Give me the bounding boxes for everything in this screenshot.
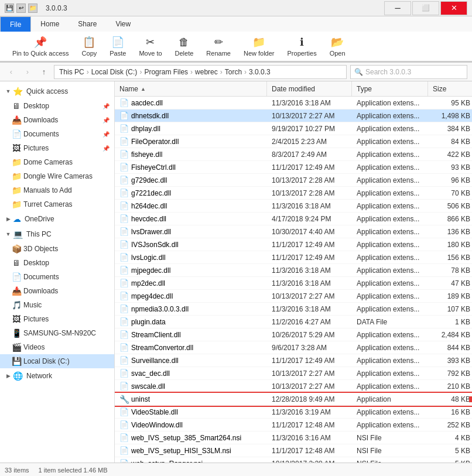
table-row[interactable]: 📄 aacdec.dll 11/3/2016 3:18 AM Applicati… bbox=[115, 97, 472, 109]
sidebar-item-downloads[interactable]: 📥 Downloads 📌 bbox=[0, 113, 114, 127]
file-icon-5: 📄 bbox=[119, 163, 129, 172]
path-webrec[interactable]: webrec bbox=[195, 68, 218, 76]
minimize-btn[interactable]: ─ bbox=[384, 1, 411, 15]
table-row[interactable]: 📄 VideoWindow.dll 11/1/2017 12:48 AM App… bbox=[115, 419, 472, 432]
table-row[interactable]: 📄 mp2dec.dll 11/3/2016 3:18 AM Applicati… bbox=[115, 277, 472, 290]
open-label: Open bbox=[330, 50, 346, 57]
table-row[interactable]: 📄 Surveillance.dll 11/1/2017 12:49 AM Ap… bbox=[115, 354, 472, 367]
path-version[interactable]: 3.0.0.3 bbox=[249, 68, 271, 76]
table-row[interactable]: 📄 hevcdec.dll 4/17/2018 9:24 PM Applicat… bbox=[115, 213, 472, 225]
tab-share[interactable]: Share bbox=[69, 16, 106, 32]
quick-access-header[interactable]: ▼ ⭐ Quick access bbox=[0, 84, 114, 99]
search-box[interactable]: 🔍 Search 3.0.0.3 bbox=[350, 65, 467, 79]
onedrive-header[interactable]: ▶ ☁ OneDrive bbox=[0, 211, 114, 227]
undo-icon[interactable]: ↩ bbox=[16, 4, 26, 13]
table-row[interactable]: 📄 dhnetsdk.dll 10/13/2017 2:27 AM Applic… bbox=[115, 109, 472, 122]
table-row[interactable]: 📄 mjpegdec.dll 11/3/2016 3:18 AM Applica… bbox=[115, 264, 472, 277]
file-icon-19: 📄 bbox=[119, 343, 129, 352]
sidebar-item-dome-cameras[interactable]: 📁 Dome Cameras bbox=[0, 155, 114, 169]
file-list-container[interactable]: Name ▲ Date modified Type Size 📄 aacdec.… bbox=[115, 81, 472, 463]
col-type-label: Type bbox=[357, 85, 372, 93]
close-btn[interactable]: ✕ bbox=[440, 1, 467, 15]
paste-btn[interactable]: 📄 Paste bbox=[104, 33, 131, 60]
table-row[interactable]: 📄 npmedia3.0.0.3.dll 11/3/2016 3:18 AM A… bbox=[115, 303, 472, 316]
table-row[interactable]: 📄 web_IVS_setup_385_Smart264.nsi 11/3/20… bbox=[115, 432, 472, 444]
table-row[interactable]: 📄 StreamConvertor.dll 9/6/2017 3:28 AM A… bbox=[115, 341, 472, 354]
path-torch[interactable]: Torch bbox=[225, 68, 242, 76]
sidebar-item-manuals[interactable]: 📁 Manuals to Add bbox=[0, 183, 114, 197]
sidebar-item-pictures[interactable]: 🖼 Pictures 📌 bbox=[0, 141, 114, 155]
back-btn[interactable]: ‹ bbox=[5, 66, 18, 78]
file-icon-25: 📄 bbox=[119, 420, 129, 430]
file-date-17: 11/2/2016 4:27 AM bbox=[267, 318, 352, 326]
tab-file[interactable]: File bbox=[0, 16, 31, 32]
col-header-name[interactable]: Name ▲ bbox=[115, 81, 267, 96]
sidebar: ▼ ⭐ Quick access 🖥 Desktop 📌 📥 Downloads… bbox=[0, 81, 115, 463]
up-btn[interactable]: ↑ bbox=[37, 66, 50, 78]
table-row[interactable]: 📄 h264dec.dll 11/3/2016 3:18 AM Applicat… bbox=[115, 200, 472, 213]
file-date-11: 11/1/2017 12:49 AM bbox=[267, 241, 352, 249]
col-header-type[interactable]: Type bbox=[352, 81, 428, 96]
rename-btn[interactable]: ✏ Rename bbox=[201, 33, 236, 60]
table-row[interactable]: 📄 IVSJsonSdk.dll 11/1/2017 12:49 AM Appl… bbox=[115, 238, 472, 251]
properties-icon: ℹ bbox=[300, 36, 304, 49]
table-row[interactable]: 📄 lvsDrawer.dll 10/30/2017 4:40 AM Appli… bbox=[115, 225, 472, 238]
network-icon: 🌐 bbox=[13, 371, 23, 381]
path-this-pc[interactable]: This PC bbox=[59, 68, 84, 76]
this-pc-header[interactable]: ▼ 💻 This PC bbox=[0, 227, 114, 242]
forward-btn[interactable]: › bbox=[21, 66, 34, 78]
file-size-22: 210 KB bbox=[428, 382, 472, 391]
sidebar-pc-downloads-label: Downloads bbox=[23, 287, 110, 295]
tab-home[interactable]: Home bbox=[31, 16, 69, 32]
sidebar-item-videos[interactable]: 🎬 Videos bbox=[0, 340, 114, 354]
table-row[interactable]: 📄 StreamClient.dll 10/26/2017 5:29 AM Ap… bbox=[115, 328, 472, 341]
sidebar-item-pc-desktop[interactable]: 🖥 Desktop bbox=[0, 256, 114, 270]
table-row[interactable]: 📄 g7221dec.dll 10/13/2017 2:28 AM Applic… bbox=[115, 187, 472, 200]
col-header-date[interactable]: Date modified bbox=[267, 81, 352, 96]
sidebar-item-pc-pictures[interactable]: 🖼 Pictures bbox=[0, 312, 114, 326]
table-row[interactable]: 📄 FileOperator.dll 2/4/2015 2:23 AM Appl… bbox=[115, 135, 472, 148]
table-row[interactable]: 📄 VideoStable.dll 11/3/2016 3:19 AM Appl… bbox=[115, 406, 472, 419]
col-header-size[interactable]: Size bbox=[428, 81, 472, 96]
path-program-files[interactable]: Program Files bbox=[144, 68, 188, 76]
open-btn[interactable]: 📂 Open bbox=[324, 33, 351, 60]
table-row[interactable]: 🔧 uninst 12/28/2018 9:49 AM Application … bbox=[115, 393, 472, 406]
maximize-btn[interactable]: ⬜ bbox=[412, 1, 439, 15]
sidebar-item-local-disk[interactable]: 💾 Local Disk (C:) bbox=[0, 354, 114, 368]
sidebar-item-samsung[interactable]: 📱 SAMSUNG-SM-N920C bbox=[0, 326, 114, 340]
properties-btn[interactable]: ℹ Properties bbox=[282, 33, 322, 60]
table-row[interactable]: 📄 dhplay.dll 9/19/2017 10:27 PM Applicat… bbox=[115, 122, 472, 135]
address-path[interactable]: This PC › Local Disk (C:) › Program File… bbox=[54, 65, 347, 79]
table-row[interactable]: 📄 FisheyeCtrl.dll 11/1/2017 12:49 AM App… bbox=[115, 161, 472, 174]
copy-btn[interactable]: 📋 Copy bbox=[77, 33, 102, 60]
table-row[interactable]: 📄 plugin.data 11/2/2016 4:27 AM DATA Fil… bbox=[115, 316, 472, 328]
table-row[interactable]: 📄 web_IVS_setup_HISI_S3LM.nsi 11/1/2017 … bbox=[115, 444, 472, 457]
network-header[interactable]: ▶ 🌐 Network bbox=[0, 368, 114, 383]
folder-icon[interactable]: 📁 bbox=[28, 4, 37, 13]
new-folder-btn[interactable]: 📁 New folder bbox=[238, 33, 280, 60]
sidebar-item-documents[interactable]: 📄 Documents 📌 bbox=[0, 127, 114, 141]
sidebar-item-pc-downloads[interactable]: 📥 Downloads bbox=[0, 284, 114, 298]
sidebar-item-pc-documents[interactable]: 📄 Documents bbox=[0, 270, 114, 284]
table-row[interactable]: 📄 fisheye.dll 8/3/2017 2:49 AM Applicati… bbox=[115, 148, 472, 161]
sidebar-item-desktop[interactable]: 🖥 Desktop 📌 bbox=[0, 99, 114, 113]
table-row[interactable]: 📄 g729dec.dll 10/13/2017 2:28 AM Applica… bbox=[115, 174, 472, 187]
delete-btn[interactable]: 🗑 Delete bbox=[170, 33, 199, 60]
pin-to-quick-access-btn[interactable]: 📌 Pin to Quick access bbox=[7, 33, 74, 60]
table-row[interactable]: 📄 mpeg4dec.dll 10/13/2017 2:27 AM Applic… bbox=[115, 290, 472, 303]
table-row[interactable]: 📄 web_setup_Ranger.nsi 10/13/2017 2:28 A… bbox=[115, 457, 472, 463]
tab-view[interactable]: View bbox=[106, 16, 140, 32]
table-row[interactable]: 📄 svac_dec.dll 10/13/2017 2:27 AM Applic… bbox=[115, 367, 472, 380]
sidebar-item-turret[interactable]: 📁 Turret Cameras bbox=[0, 197, 114, 211]
sidebar-music-label: Music bbox=[23, 301, 110, 309]
move-to-btn[interactable]: ✂ Move to bbox=[134, 33, 167, 60]
path-local-disk[interactable]: Local Disk (C:) bbox=[91, 68, 138, 76]
save-icon[interactable]: 💾 bbox=[5, 4, 14, 13]
sidebar-item-music[interactable]: 🎵 Music bbox=[0, 298, 114, 312]
table-row[interactable]: 📄 lvsLogic.dll 11/1/2017 12:49 AM Applic… bbox=[115, 251, 472, 264]
pictures-pin-icon: 📌 bbox=[102, 145, 110, 152]
manuals-icon: 📁 bbox=[12, 186, 21, 195]
sidebar-item-dongle-wire[interactable]: 📁 Dongle Wire Cameras bbox=[0, 169, 114, 183]
table-row[interactable]: 📄 swscale.dll 10/13/2017 2:27 AM Applica… bbox=[115, 380, 472, 393]
sidebar-item-3d-objects[interactable]: 📦 3D Objects bbox=[0, 242, 114, 256]
